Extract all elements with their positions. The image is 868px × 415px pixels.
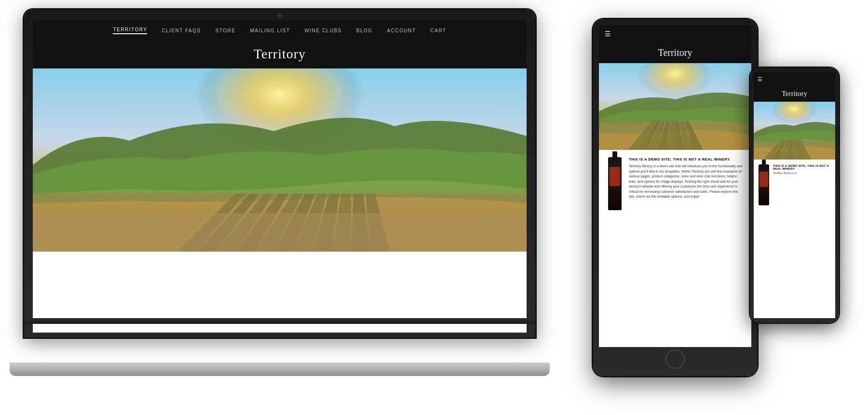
laptop-nav-blog[interactable]: BLOG [356, 28, 373, 33]
laptop-bottom [10, 362, 550, 376]
tablet-body: ☰ Territory [593, 19, 757, 376]
laptop-page-title: Territory [33, 40, 527, 68]
phone-menu-icon[interactable]: ☰ [758, 76, 762, 82]
tablet-text-content: THIS IS A DEMO SITE; THIS IS NOT A REAL … [629, 157, 744, 210]
tablet-wine-bottle-image [608, 157, 622, 210]
tablet-content: THIS IS A DEMO SITE; THIS IS NOT A REAL … [599, 150, 751, 217]
phone-page-title: Territory [754, 86, 835, 102]
tablet-wine-bottle [606, 157, 623, 210]
tablet-home-button[interactable] [665, 349, 685, 369]
tablet-content-body: Territory Winery is a demo site that wil… [629, 164, 744, 200]
laptop-device: Territory CLIENT FAQS STORE MAILING LIST… [24, 10, 555, 376]
laptop-hero-image [33, 68, 527, 252]
laptop-nav-account[interactable]: ACCOUNT [387, 28, 416, 33]
phone-navbar: ☰ [754, 72, 835, 86]
svg-rect-6 [599, 121, 751, 150]
phone-content: THIS IS A DEMO SITE; THIS IS NOT A REAL … [754, 160, 835, 210]
tablet-screen: ☰ Territory [599, 25, 751, 347]
laptop-nav-territory[interactable]: Territory [113, 27, 147, 34]
tablet-navbar: ☰ [599, 25, 751, 42]
phone-text-content: THIS IS A DEMO SITE; THIS IS NOT A REAL … [773, 164, 830, 205]
tablet-page-title: Territory [599, 42, 751, 63]
svg-rect-0 [33, 68, 527, 252]
laptop-nav-faqs[interactable]: CLIENT FAQS [162, 28, 201, 33]
tablet-device: ☰ Territory [593, 19, 757, 376]
laptop-nav-mailing[interactable]: MAILING LIST [250, 28, 290, 33]
scene: Territory CLIENT FAQS STORE MAILING LIST… [0, 0, 868, 415]
svg-rect-2 [33, 194, 527, 252]
phone-content-heading: THIS IS A DEMO SITE; THIS IS NOT A REAL … [773, 164, 830, 170]
phone-body: ☰ Territory [750, 67, 839, 323]
phone-device: ☰ Territory [750, 67, 839, 323]
laptop-body: Territory CLIENT FAQS STORE MAILING LIST… [24, 10, 535, 337]
laptop-hinge [24, 318, 535, 324]
phone-screen: ☰ Territory [754, 72, 835, 318]
laptop-nav-store[interactable]: STORE [216, 28, 236, 33]
tablet-menu-icon[interactable]: ☰ [605, 30, 611, 38]
svg-rect-9 [754, 140, 835, 160]
tablet-content-heading: THIS IS A DEMO SITE; THIS IS NOT A REAL … [629, 157, 744, 161]
laptop-screen: Territory CLIENT FAQS STORE MAILING LIST… [33, 20, 527, 333]
laptop-nav-wineclubs[interactable]: WINE CLUBS [305, 28, 342, 33]
phone-wine-bottle-image [759, 164, 769, 205]
phone-content-body: Territory Winery is a [773, 172, 830, 175]
laptop-camera [278, 13, 282, 17]
svg-rect-3 [33, 213, 527, 252]
laptop-nav-cart[interactable]: CART [431, 28, 447, 33]
phone-hero-image [754, 102, 835, 160]
tablet-hero-image [599, 63, 751, 150]
svg-point-1 [174, 68, 386, 189]
laptop-navbar: Territory CLIENT FAQS STORE MAILING LIST… [33, 20, 527, 40]
